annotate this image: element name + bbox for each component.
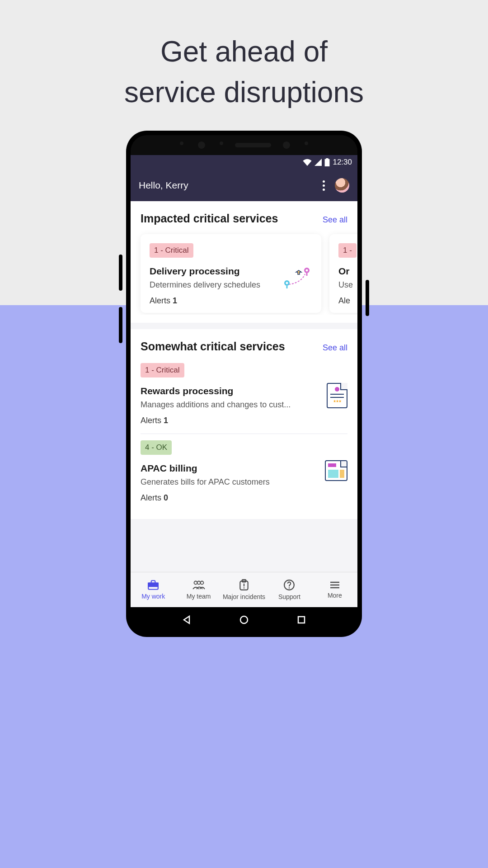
card-rail-impacted[interactable]: 1 - Critical Delivery processing Determi… [131, 229, 357, 315]
service-list-item[interactable]: 1 - Critical Rewards processing Manages … [141, 357, 347, 434]
svg-rect-21 [298, 617, 305, 623]
section-somewhat: Somewhat critical services See all 1 - C… [131, 329, 357, 519]
see-all-impacted[interactable]: See all [323, 215, 347, 225]
nav-my-work[interactable]: My work [131, 580, 176, 600]
android-nav-bar [131, 607, 357, 632]
nav-label: More [328, 592, 342, 599]
section-impacted: Impacted critical services See all 1 - C… [131, 201, 357, 323]
svg-point-10 [200, 581, 203, 585]
team-icon [192, 580, 206, 590]
svg-point-14 [244, 587, 245, 589]
nav-more[interactable]: More [312, 580, 357, 599]
card-desc: Determines delivery schedules [150, 280, 272, 290]
nav-support[interactable]: Support [267, 579, 312, 600]
svg-point-20 [240, 616, 248, 623]
card-desc: Use [338, 280, 357, 290]
hamburger-icon [329, 580, 340, 590]
briefcase-icon [147, 580, 159, 590]
section-title-somewhat: Somewhat critical services [141, 340, 285, 353]
rewards-document-icon: ★★★ [327, 383, 347, 408]
card-title: Or [338, 266, 357, 277]
volume-down-button [119, 307, 122, 343]
nav-label: My work [141, 593, 165, 600]
list-desc: Manages additions and changes to cust... [141, 400, 299, 410]
service-list-item[interactable]: 4 - OK APAC billing Generates bills for … [141, 434, 347, 511]
svg-point-8 [194, 581, 197, 585]
status-bar: 12:30 [131, 155, 357, 170]
nav-label: My team [187, 593, 211, 600]
battery-icon [324, 158, 330, 166]
nav-major-incidents[interactable]: Major incidents [221, 579, 267, 600]
list-title: APAC billing [141, 463, 347, 474]
status-badge: 1 - Critical [141, 363, 184, 377]
status-badge: 4 - OK [141, 440, 172, 455]
promo-headline: Get ahead of service disruptions [0, 0, 488, 131]
service-card[interactable]: 1 - Critical Delivery processing Determi… [141, 234, 321, 313]
status-badge: 1 - Critical [150, 243, 193, 258]
avatar[interactable] [335, 178, 349, 193]
section-title-impacted: Impacted critical services [141, 212, 278, 225]
status-badge: 1 - [338, 243, 357, 258]
svg-point-9 [197, 581, 200, 585]
list-alerts: Alerts 1 [141, 416, 347, 425]
phone-top-bezel [131, 135, 357, 155]
question-circle-icon [283, 579, 295, 591]
phone-screen: 12:30 Hello, Kerry Impacted critical ser… [131, 155, 357, 607]
power-button [366, 280, 369, 316]
wifi-icon [303, 159, 312, 166]
recents-icon[interactable] [296, 614, 307, 625]
greeting-text: Hello, Kerry [139, 180, 188, 191]
headline-line-1: Get ahead of [160, 35, 328, 68]
card-alerts: Alerts 1 [150, 296, 312, 306]
volume-up-button [119, 255, 122, 291]
kebab-menu-icon[interactable] [323, 180, 325, 191]
bottom-nav: My work My team Major incidents Support … [131, 572, 357, 607]
see-all-somewhat[interactable]: See all [323, 343, 347, 353]
nav-label: Major incidents [223, 593, 265, 600]
phone-frame: 12:30 Hello, Kerry Impacted critical ser… [126, 131, 362, 637]
svg-rect-7 [148, 583, 158, 587]
nav-my-team[interactable]: My team [176, 580, 221, 600]
card-alerts: Ale [338, 296, 357, 306]
home-icon[interactable] [239, 614, 249, 625]
cellular-icon [314, 159, 322, 166]
list-title: Rewards processing [141, 386, 347, 396]
svg-point-16 [289, 587, 290, 589]
headline-line-2: service disruptions [124, 76, 364, 108]
status-time: 12:30 [333, 158, 352, 167]
svg-rect-0 [325, 159, 330, 166]
svg-point-5 [286, 282, 288, 284]
nav-label: Support [278, 593, 300, 600]
app-header: Hello, Kerry [131, 170, 357, 201]
list-desc: Generates bills for APAC customers [141, 477, 299, 487]
delivery-icon [281, 264, 313, 293]
service-card[interactable]: 1 - Or Use Ale [329, 234, 357, 313]
list-alerts: Alerts 0 [141, 493, 347, 503]
back-icon[interactable] [181, 614, 192, 625]
incident-icon [239, 579, 249, 591]
svg-point-3 [306, 269, 308, 272]
list-somewhat: 1 - Critical Rewards processing Manages … [131, 357, 357, 511]
billing-document-icon [325, 460, 347, 481]
svg-rect-1 [326, 158, 328, 160]
